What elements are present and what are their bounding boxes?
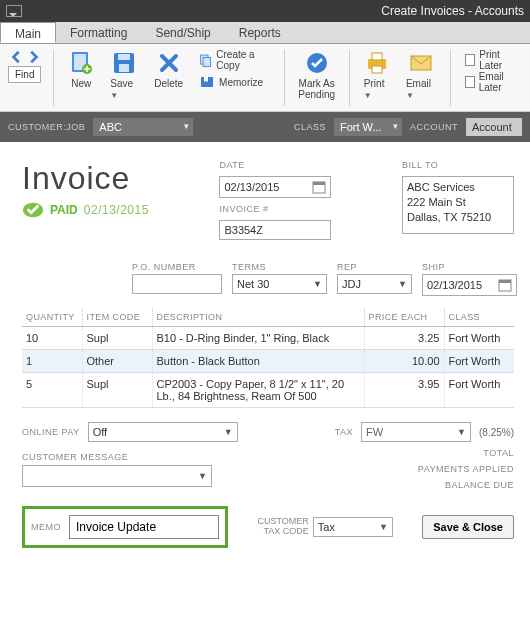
cell-item[interactable]: Supl bbox=[82, 373, 152, 408]
svg-rect-16 bbox=[313, 182, 325, 185]
terms-select[interactable]: Net 30▼ bbox=[232, 274, 327, 294]
cell-item[interactable]: Supl bbox=[82, 327, 152, 350]
memo-input[interactable] bbox=[69, 515, 219, 539]
cell-desc[interactable]: CP2003 - Copy Paper, 8 1/2" x 11", 20 Lb… bbox=[152, 373, 364, 408]
billto-field[interactable]: ABC Services 222 Main St Dallas, TX 7521… bbox=[402, 176, 514, 234]
prev-arrow-icon[interactable] bbox=[10, 50, 24, 64]
print-label: Print bbox=[364, 78, 385, 89]
customer-job-label: CUSTOMER:JOB bbox=[8, 122, 85, 132]
tax-rate: (8.25%) bbox=[479, 427, 514, 438]
class-select[interactable]: Fort W... bbox=[334, 118, 402, 136]
cust-tax-select[interactable]: Tax▼ bbox=[313, 517, 393, 537]
online-pay-select[interactable]: Off▼ bbox=[88, 422, 238, 442]
print-button[interactable]: Print ▼ bbox=[358, 48, 396, 102]
date-label: DATE bbox=[219, 160, 331, 170]
ship-label: SHIP bbox=[422, 262, 517, 272]
terms-label: TERMS bbox=[232, 262, 327, 272]
invoice-no-field[interactable]: B3354Z bbox=[219, 220, 331, 240]
cell-qty[interactable]: 5 bbox=[22, 373, 82, 408]
calendar-icon bbox=[312, 180, 326, 194]
cell-item[interactable]: Other bbox=[82, 350, 152, 373]
table-row[interactable]: 5SuplCP2003 - Copy Paper, 8 1/2" x 11", … bbox=[22, 373, 514, 408]
cust-tax-l2: TAX CODE bbox=[257, 527, 308, 537]
new-icon bbox=[68, 50, 94, 76]
tab-main[interactable]: Main bbox=[0, 22, 56, 43]
email-icon bbox=[408, 50, 434, 76]
find-button[interactable]: Find bbox=[8, 66, 41, 83]
menu-tabs: Main Formatting Send/Ship Reports bbox=[0, 22, 530, 44]
email-button[interactable]: Email ▼ bbox=[400, 48, 442, 102]
table-row[interactable]: 10SuplB10 - D-Ring Binder, 1" Ring, Blac… bbox=[22, 327, 514, 350]
memorize-button[interactable]: Memorize bbox=[199, 72, 263, 92]
account-label: ACCOUNT bbox=[410, 122, 458, 132]
cell-price[interactable]: 3.95 bbox=[364, 373, 444, 408]
po-label: P.O. NUMBER bbox=[132, 262, 222, 272]
tax-select[interactable]: FW▼ bbox=[361, 422, 471, 442]
svg-rect-18 bbox=[499, 280, 511, 283]
cell-class[interactable]: Fort Worth bbox=[444, 350, 514, 373]
col-price[interactable]: PRICE EACH bbox=[364, 308, 444, 327]
delete-icon bbox=[156, 50, 182, 76]
create-copy-label: Create a Copy bbox=[216, 49, 269, 71]
payments-label: PAYMENTS APPLIED bbox=[418, 464, 514, 474]
cell-price[interactable]: 3.25 bbox=[364, 327, 444, 350]
col-class[interactable]: CLASS bbox=[444, 308, 514, 327]
memorize-label: Memorize bbox=[219, 77, 263, 88]
table-row[interactable]: 1OtherButton - Black Button10.00Fort Wor… bbox=[22, 350, 514, 373]
window-menu-icon[interactable] bbox=[6, 5, 22, 17]
svg-rect-7 bbox=[203, 58, 210, 67]
cell-desc[interactable]: Button - Black Button bbox=[152, 350, 364, 373]
ship-field[interactable]: 02/13/2015 bbox=[422, 274, 517, 296]
save-close-button[interactable]: Save & Close bbox=[422, 515, 514, 539]
billto-label: BILL TO bbox=[402, 160, 514, 170]
email-later-label: Email Later bbox=[479, 71, 520, 93]
memorize-icon bbox=[199, 74, 215, 90]
class-label: CLASS bbox=[294, 122, 326, 132]
email-later-toggle[interactable]: Email Later bbox=[465, 72, 520, 92]
cell-qty[interactable]: 1 bbox=[22, 350, 82, 373]
next-arrow-icon[interactable] bbox=[26, 50, 40, 64]
delete-label: Delete bbox=[154, 78, 183, 89]
copy-icon bbox=[199, 52, 212, 68]
date-field[interactable]: 02/13/2015 bbox=[219, 176, 331, 198]
col-item[interactable]: ITEM CODE bbox=[82, 308, 152, 327]
date-value: 02/13/2015 bbox=[224, 181, 279, 193]
new-button[interactable]: New bbox=[62, 48, 100, 91]
paid-label: PAID bbox=[50, 203, 78, 217]
customer-job-select[interactable]: ABC bbox=[93, 118, 193, 136]
po-field[interactable] bbox=[132, 274, 222, 294]
cell-price[interactable]: 10.00 bbox=[364, 350, 444, 373]
print-later-toggle[interactable]: Print Later bbox=[465, 50, 520, 70]
create-copy-button[interactable]: Create a Copy bbox=[199, 50, 269, 70]
checkbox-icon bbox=[465, 54, 476, 66]
save-button[interactable]: Save ▼ bbox=[104, 48, 144, 102]
customer-msg-label: CUSTOMER MESSAGE bbox=[22, 452, 128, 462]
cell-desc[interactable]: B10 - D-Ring Binder, 1" Ring, Black bbox=[152, 327, 364, 350]
tab-reports[interactable]: Reports bbox=[225, 22, 295, 43]
col-qty[interactable]: QUANTITY bbox=[22, 308, 82, 327]
cell-class[interactable]: Fort Worth bbox=[444, 327, 514, 350]
chevron-down-icon: ▼ bbox=[364, 91, 372, 100]
cell-qty[interactable]: 10 bbox=[22, 327, 82, 350]
tab-sendship[interactable]: Send/Ship bbox=[141, 22, 224, 43]
invoice-no-label: INVOICE # bbox=[219, 204, 331, 214]
memo-label: MEMO bbox=[31, 522, 61, 532]
account-field[interactable] bbox=[466, 118, 522, 136]
email-label: Email bbox=[406, 78, 431, 89]
customer-msg-select[interactable]: ▼ bbox=[22, 465, 212, 487]
pending-icon bbox=[304, 50, 330, 76]
delete-button[interactable]: Delete bbox=[148, 48, 189, 91]
tab-formatting[interactable]: Formatting bbox=[56, 22, 141, 43]
save-label: Save bbox=[110, 78, 133, 89]
billto-line: ABC Services bbox=[407, 180, 509, 195]
print-icon bbox=[364, 50, 390, 76]
chevron-down-icon: ▼ bbox=[457, 427, 466, 437]
checkbox-icon bbox=[465, 76, 475, 88]
new-label: New bbox=[71, 78, 91, 89]
col-desc[interactable]: DESCRIPTION bbox=[152, 308, 364, 327]
cell-class[interactable]: Fort Worth bbox=[444, 373, 514, 408]
mark-pending-button[interactable]: Mark As Pending bbox=[292, 48, 341, 102]
rep-select[interactable]: JDJ▼ bbox=[337, 274, 412, 294]
ribbon: Find New Save ▼ Delete Create a Copy Mem… bbox=[0, 44, 530, 112]
online-pay-label: ONLINE PAY bbox=[22, 427, 80, 437]
